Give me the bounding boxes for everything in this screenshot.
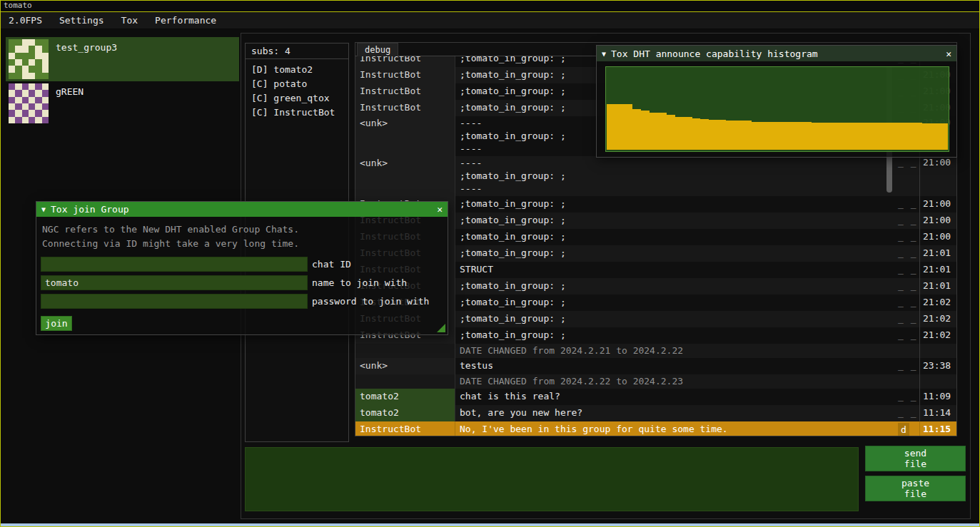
close-icon[interactable]: ✕ bbox=[946, 48, 951, 59]
join-field-row: name to join with bbox=[41, 275, 443, 290]
histogram-bar bbox=[769, 122, 777, 150]
message-time bbox=[919, 374, 956, 389]
histogram-bar bbox=[888, 123, 896, 150]
close-icon[interactable]: ✕ bbox=[437, 204, 443, 215]
message-flags: _ _ bbox=[895, 311, 919, 327]
os-window-title: tomato bbox=[0, 0, 980, 12]
avatar-pixel bbox=[9, 59, 15, 66]
message-flags: _ _ bbox=[895, 229, 919, 245]
avatar-pixel bbox=[22, 39, 29, 46]
sender-name: tomato2 bbox=[355, 405, 455, 421]
message-text: ;tomato_in_group: ; bbox=[455, 327, 895, 344]
join-group-titlebar[interactable]: ▼ Tox join Group ✕ bbox=[36, 202, 448, 217]
histogram-bar bbox=[812, 123, 820, 150]
join-group-description: NGC refers to the New DHT enabled Group … bbox=[41, 222, 443, 251]
window-bottom-strip bbox=[1, 523, 979, 526]
avatar-pixel bbox=[9, 83, 15, 90]
avatar-pixel bbox=[35, 73, 41, 79]
avatar-pixel bbox=[9, 90, 15, 96]
member-list-item[interactable]: [C] InstructBot bbox=[251, 106, 348, 120]
histogram-bar bbox=[846, 123, 854, 150]
avatar-pixel bbox=[42, 117, 49, 123]
join-field-input-password-to-join-with[interactable] bbox=[41, 294, 308, 309]
member-list-item[interactable]: [C] green_qtox bbox=[251, 91, 348, 106]
message-flags: _ _ bbox=[895, 358, 919, 374]
avatar-pixel bbox=[15, 110, 21, 116]
group-name: gREEN bbox=[56, 83, 84, 121]
sender-name: InstructBot bbox=[355, 56, 455, 67]
sender-name: <unk> bbox=[355, 358, 455, 374]
group-list-item-test-group3[interactable]: test_group3 bbox=[6, 37, 239, 81]
histogram-bar bbox=[743, 121, 752, 150]
avatar-pixel bbox=[9, 46, 15, 52]
chat-row[interactable]: tomato2chat is this real?_ _11:09 bbox=[355, 389, 956, 405]
avatar-pixel bbox=[29, 39, 35, 46]
sender-name: InstructBot bbox=[355, 100, 455, 116]
histogram-bar bbox=[650, 113, 658, 150]
group-list-item-green[interactable]: gREEN bbox=[6, 81, 239, 123]
menu-item-2-0fps[interactable]: 2.0FPS bbox=[0, 12, 51, 29]
histogram-bar bbox=[820, 123, 829, 150]
histogram-bar bbox=[939, 123, 948, 150]
message-time: 21:01 bbox=[919, 245, 956, 262]
histogram-bar bbox=[786, 122, 794, 150]
avatar-pixel bbox=[22, 90, 29, 96]
menu-item-performance[interactable]: Performance bbox=[146, 12, 225, 29]
chat-date-row: DATE CHANGED from 2024.2.21 to 2024.2.22 bbox=[355, 344, 956, 358]
avatar-pixel bbox=[29, 90, 35, 96]
avatar-pixel bbox=[22, 103, 29, 110]
sender-name: InstructBot bbox=[355, 83, 455, 100]
message-flags: _ _ bbox=[895, 245, 919, 262]
message-line: ---- bbox=[460, 183, 891, 195]
histogram-bar bbox=[692, 118, 701, 150]
avatar-pixel bbox=[15, 90, 21, 96]
avatar-pixel bbox=[15, 103, 21, 110]
join-field-input-name-to-join-with[interactable] bbox=[41, 275, 308, 290]
tab-debug[interactable]: debug bbox=[357, 43, 398, 56]
join-description-line: NGC refers to the New DHT enabled Group … bbox=[41, 222, 443, 237]
avatar-pixel bbox=[35, 83, 41, 90]
member-list-item[interactable]: [C] potato bbox=[251, 77, 348, 91]
chat-row[interactable]: <unk>----;tomato_in_group: ;----_ _21:00 bbox=[355, 156, 956, 196]
group-name: test_group3 bbox=[56, 39, 117, 79]
message-time: 11:09 bbox=[919, 389, 956, 405]
resize-grip-icon[interactable] bbox=[437, 324, 445, 332]
chat-row[interactable]: tomato2bot, are you new here?_ _11:14 bbox=[355, 405, 956, 421]
avatar-pixel bbox=[9, 39, 15, 46]
message-line: ---- bbox=[460, 157, 891, 170]
message-input[interactable] bbox=[245, 447, 859, 511]
message-time: 21:01 bbox=[919, 278, 956, 295]
dht-histogram-titlebar[interactable]: ▼ Tox DHT announce capability histogram … bbox=[597, 46, 956, 61]
menu-item-tox[interactable]: Tox bbox=[113, 12, 146, 29]
message-time: 23:38 bbox=[919, 358, 956, 374]
avatar-pixel bbox=[9, 66, 15, 72]
join-group-body: NGC refers to the New DHT enabled Group … bbox=[36, 217, 448, 337]
avatar-pixel bbox=[29, 97, 35, 103]
menu-item-settings[interactable]: Settings bbox=[51, 12, 113, 29]
message-flags bbox=[895, 374, 919, 389]
chat-row[interactable]: InstructBotNo, I've been in this group f… bbox=[355, 421, 956, 436]
avatar-pixel bbox=[42, 110, 49, 116]
avatar-pixel bbox=[9, 103, 15, 110]
paste-file-button[interactable]: paste file bbox=[865, 476, 966, 501]
avatar-pixel bbox=[29, 110, 35, 116]
send-file-button[interactable]: send file bbox=[865, 446, 966, 471]
sender-name: <unk> bbox=[355, 116, 455, 156]
join-field-input-chat-id[interactable] bbox=[41, 257, 308, 272]
collapse-icon[interactable]: ▼ bbox=[41, 205, 46, 213]
sender-name: tomato2 bbox=[355, 389, 455, 405]
member-list-item[interactable]: [D] tomato2 bbox=[251, 63, 348, 77]
avatar-pixel bbox=[29, 117, 35, 123]
join-button[interactable]: join bbox=[41, 316, 72, 331]
join-field-row: chat ID bbox=[41, 257, 443, 272]
collapse-icon[interactable]: ▼ bbox=[602, 50, 606, 58]
histogram-bar bbox=[905, 123, 914, 150]
message-text: ;tomato_in_group: ; bbox=[455, 311, 895, 327]
chat-row[interactable]: <unk>testus_ _23:38 bbox=[355, 358, 956, 374]
group-avatar bbox=[9, 39, 49, 79]
histogram-bar bbox=[658, 113, 667, 150]
histogram-bar bbox=[803, 122, 812, 150]
message-time bbox=[919, 344, 956, 358]
avatar-pixel bbox=[29, 46, 35, 52]
avatar-pixel bbox=[29, 66, 35, 72]
